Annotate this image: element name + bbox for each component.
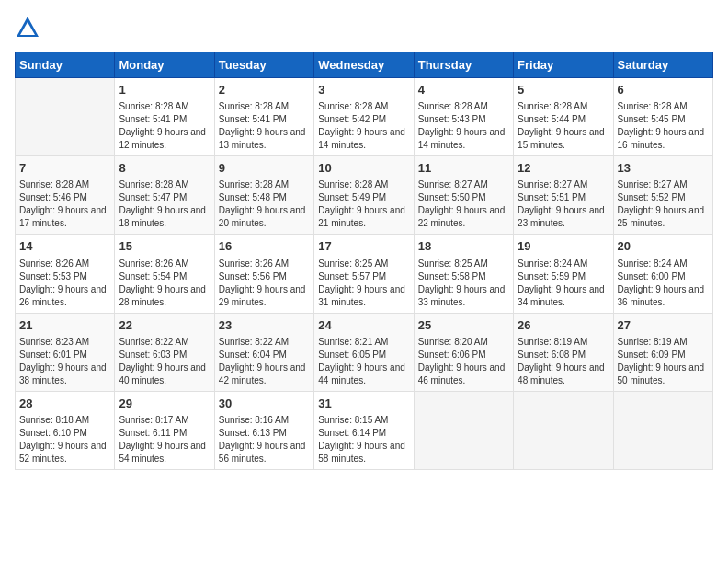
day-number: 16: [219, 238, 310, 255]
day-info: Sunrise: 8:26 AMSunset: 5:53 PMDaylight:…: [19, 258, 110, 309]
day-info: Sunrise: 8:25 AMSunset: 5:58 PMDaylight:…: [418, 258, 509, 309]
day-info: Sunrise: 8:20 AMSunset: 6:06 PMDaylight:…: [418, 336, 509, 387]
calendar-cell: [514, 391, 613, 469]
day-number: 30: [219, 396, 310, 412]
day-number: 29: [119, 396, 210, 412]
day-info: Sunrise: 8:27 AMSunset: 5:52 PMDaylight:…: [618, 178, 709, 230]
day-info: Sunrise: 8:28 AMSunset: 5:44 PMDaylight:…: [518, 100, 609, 152]
calendar-cell: 23Sunrise: 8:22 AMSunset: 6:04 PMDayligh…: [214, 313, 313, 391]
calendar-cell: 30Sunrise: 8:16 AMSunset: 6:13 PMDayligh…: [214, 391, 313, 469]
calendar-cell: 29Sunrise: 8:17 AMSunset: 6:11 PMDayligh…: [115, 391, 214, 469]
day-info: Sunrise: 8:28 AMSunset: 5:45 PMDaylight:…: [618, 100, 709, 152]
day-number: 28: [19, 396, 110, 412]
logo-icon: [15, 15, 40, 40]
day-info: Sunrise: 8:28 AMSunset: 5:42 PMDaylight:…: [318, 100, 409, 152]
day-number: 17: [318, 238, 409, 255]
day-number: 15: [119, 238, 210, 255]
calendar-cell: [414, 391, 513, 469]
day-info: Sunrise: 8:22 AMSunset: 6:04 PMDaylight:…: [219, 336, 310, 387]
day-info: Sunrise: 8:24 AMSunset: 6:00 PMDaylight:…: [618, 258, 709, 309]
header-friday: Friday: [514, 52, 613, 78]
day-number: 26: [518, 317, 609, 334]
day-info: Sunrise: 8:27 AMSunset: 5:51 PMDaylight:…: [518, 178, 609, 230]
day-info: Sunrise: 8:24 AMSunset: 5:59 PMDaylight:…: [518, 258, 609, 309]
day-number: 20: [618, 238, 709, 255]
day-info: Sunrise: 8:15 AMSunset: 6:14 PMDaylight:…: [318, 414, 409, 465]
day-number: 25: [418, 317, 509, 334]
day-info: Sunrise: 8:26 AMSunset: 5:56 PMDaylight:…: [219, 258, 310, 309]
calendar-cell: 7Sunrise: 8:28 AMSunset: 5:46 PMDaylight…: [16, 156, 115, 235]
day-info: Sunrise: 8:17 AMSunset: 6:11 PMDaylight:…: [119, 414, 210, 465]
day-number: 31: [318, 396, 409, 412]
header-tuesday: Tuesday: [214, 52, 313, 78]
day-number: 23: [219, 317, 310, 334]
day-info: Sunrise: 8:16 AMSunset: 6:13 PMDaylight:…: [219, 414, 310, 465]
calendar-week-row: 7Sunrise: 8:28 AMSunset: 5:46 PMDaylight…: [16, 156, 713, 235]
day-number: 2: [219, 82, 310, 98]
calendar-week-row: 21Sunrise: 8:23 AMSunset: 6:01 PMDayligh…: [16, 313, 713, 391]
calendar-cell: 12Sunrise: 8:27 AMSunset: 5:51 PMDayligh…: [514, 156, 613, 235]
calendar-header-row: SundayMondayTuesdayWednesdayThursdayFrid…: [16, 52, 713, 78]
day-info: Sunrise: 8:19 AMSunset: 6:09 PMDaylight:…: [618, 336, 709, 387]
day-number: 11: [418, 160, 509, 177]
day-number: 8: [119, 160, 210, 177]
calendar-cell: 10Sunrise: 8:28 AMSunset: 5:49 PMDayligh…: [314, 156, 414, 235]
header-wednesday: Wednesday: [314, 52, 414, 78]
calendar-cell: 8Sunrise: 8:28 AMSunset: 5:47 PMDaylight…: [115, 156, 214, 235]
day-info: Sunrise: 8:25 AMSunset: 5:57 PMDaylight:…: [318, 258, 409, 309]
calendar-cell: 16Sunrise: 8:26 AMSunset: 5:56 PMDayligh…: [214, 235, 313, 313]
calendar-table: SundayMondayTuesdayWednesdayThursdayFrid…: [15, 52, 713, 470]
calendar-cell: 22Sunrise: 8:22 AMSunset: 6:03 PMDayligh…: [115, 313, 214, 391]
calendar-cell: 11Sunrise: 8:27 AMSunset: 5:50 PMDayligh…: [414, 156, 513, 235]
day-number: 21: [19, 317, 110, 334]
calendar-cell: 2Sunrise: 8:28 AMSunset: 5:41 PMDaylight…: [214, 78, 313, 156]
header-sunday: Sunday: [16, 52, 115, 78]
header-thursday: Thursday: [414, 52, 513, 78]
day-number: 10: [318, 160, 409, 177]
calendar-cell: 6Sunrise: 8:28 AMSunset: 5:45 PMDaylight…: [613, 78, 712, 156]
calendar-cell: 20Sunrise: 8:24 AMSunset: 6:00 PMDayligh…: [613, 235, 712, 313]
calendar-cell: 15Sunrise: 8:26 AMSunset: 5:54 PMDayligh…: [115, 235, 214, 313]
logo: [15, 15, 44, 40]
day-number: 7: [19, 160, 110, 177]
day-info: Sunrise: 8:28 AMSunset: 5:41 PMDaylight:…: [219, 100, 310, 152]
day-info: Sunrise: 8:28 AMSunset: 5:48 PMDaylight:…: [219, 178, 310, 230]
day-number: 19: [518, 238, 609, 255]
calendar-cell: 31Sunrise: 8:15 AMSunset: 6:14 PMDayligh…: [314, 391, 414, 469]
day-number: 4: [418, 82, 509, 98]
day-info: Sunrise: 8:19 AMSunset: 6:08 PMDaylight:…: [518, 336, 609, 387]
day-info: Sunrise: 8:26 AMSunset: 5:54 PMDaylight:…: [119, 258, 210, 309]
calendar-cell: 28Sunrise: 8:18 AMSunset: 6:10 PMDayligh…: [16, 391, 115, 469]
header-saturday: Saturday: [613, 52, 712, 78]
day-info: Sunrise: 8:28 AMSunset: 5:47 PMDaylight:…: [119, 178, 210, 230]
calendar-cell: 25Sunrise: 8:20 AMSunset: 6:06 PMDayligh…: [414, 313, 513, 391]
day-info: Sunrise: 8:28 AMSunset: 5:49 PMDaylight:…: [318, 178, 409, 230]
day-number: 6: [618, 82, 709, 98]
calendar-cell: 26Sunrise: 8:19 AMSunset: 6:08 PMDayligh…: [514, 313, 613, 391]
day-info: Sunrise: 8:28 AMSunset: 5:41 PMDaylight:…: [119, 100, 210, 152]
header-monday: Monday: [115, 52, 214, 78]
day-info: Sunrise: 8:28 AMSunset: 5:46 PMDaylight:…: [19, 178, 110, 230]
day-info: Sunrise: 8:23 AMSunset: 6:01 PMDaylight:…: [19, 336, 110, 387]
day-number: 27: [618, 317, 709, 334]
calendar-cell: 3Sunrise: 8:28 AMSunset: 5:42 PMDaylight…: [314, 78, 414, 156]
calendar-cell: 18Sunrise: 8:25 AMSunset: 5:58 PMDayligh…: [414, 235, 513, 313]
day-number: 13: [618, 160, 709, 177]
header: [15, 15, 713, 40]
day-number: 9: [219, 160, 310, 177]
calendar-cell: 4Sunrise: 8:28 AMSunset: 5:43 PMDaylight…: [414, 78, 513, 156]
calendar-cell: 5Sunrise: 8:28 AMSunset: 5:44 PMDaylight…: [514, 78, 613, 156]
day-info: Sunrise: 8:18 AMSunset: 6:10 PMDaylight:…: [19, 414, 110, 465]
day-number: 14: [19, 238, 110, 255]
calendar-week-row: 14Sunrise: 8:26 AMSunset: 5:53 PMDayligh…: [16, 235, 713, 313]
day-number: 3: [318, 82, 409, 98]
day-number: 5: [518, 82, 609, 98]
calendar-cell: 27Sunrise: 8:19 AMSunset: 6:09 PMDayligh…: [613, 313, 712, 391]
calendar-cell: 13Sunrise: 8:27 AMSunset: 5:52 PMDayligh…: [613, 156, 712, 235]
calendar-cell: 14Sunrise: 8:26 AMSunset: 5:53 PMDayligh…: [16, 235, 115, 313]
day-info: Sunrise: 8:21 AMSunset: 6:05 PMDaylight:…: [318, 336, 409, 387]
day-number: 22: [119, 317, 210, 334]
calendar-cell: 9Sunrise: 8:28 AMSunset: 5:48 PMDaylight…: [214, 156, 313, 235]
calendar-cell: 21Sunrise: 8:23 AMSunset: 6:01 PMDayligh…: [16, 313, 115, 391]
calendar-cell: 19Sunrise: 8:24 AMSunset: 5:59 PMDayligh…: [514, 235, 613, 313]
